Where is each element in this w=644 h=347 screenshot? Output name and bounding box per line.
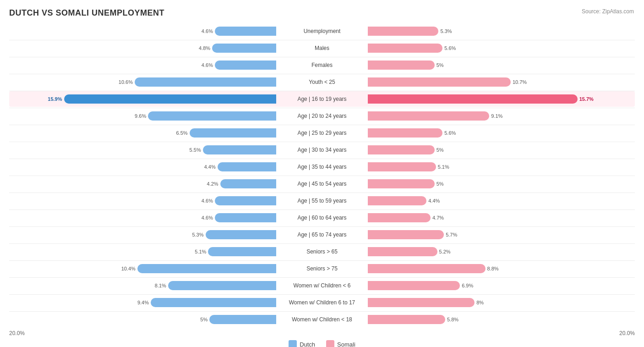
somali-value: 5.2% xyxy=(439,249,451,254)
left-section: 5.5% xyxy=(9,144,276,156)
left-section: 10.4% xyxy=(9,263,276,275)
row-label: Women w/ Children < 18 xyxy=(276,316,368,323)
bar-row: 9.4%Women w/ Children 6 to 178% xyxy=(9,295,635,310)
bar-row: 5%Women w/ Children < 185.8% xyxy=(9,312,635,327)
somali-value: 4.7% xyxy=(432,215,444,220)
row-label: Women w/ Children < 6 xyxy=(276,282,368,289)
right-section: 5.6% xyxy=(368,127,635,139)
row-label: Age | 60 to 64 years xyxy=(276,215,368,221)
dutch-value: 15.9% xyxy=(48,96,62,102)
dutch-bar xyxy=(215,213,276,222)
dutch-value: 4.6% xyxy=(202,215,213,220)
left-section: 8.1% xyxy=(9,280,276,292)
bar-row: 5.5%Age | 30 to 34 years5% xyxy=(9,142,635,158)
dutch-bar xyxy=(137,264,276,273)
dutch-bar xyxy=(190,128,276,138)
right-section: 5.7% xyxy=(368,229,635,241)
somali-value: 8% xyxy=(476,300,484,305)
bar-row: 9.6%Age | 20 to 24 years9.1% xyxy=(9,108,635,124)
row-label: Age | 35 to 44 years xyxy=(276,164,368,170)
dutch-value: 10.4% xyxy=(121,266,136,271)
legend-somali: Somali xyxy=(326,340,355,347)
right-section: 4.4% xyxy=(368,195,635,207)
dutch-value: 4.4% xyxy=(204,164,216,170)
right-section: 5% xyxy=(368,59,635,71)
somali-value: 5.6% xyxy=(444,130,456,136)
left-section: 15.9% xyxy=(9,93,276,105)
right-section: 5.1% xyxy=(368,161,635,173)
legend-dutch: Dutch xyxy=(289,340,315,347)
bars-wrapper: 4.6%Age | 60 to 64 years4.7% xyxy=(9,210,635,226)
bar-row: 4.6%Age | 55 to 59 years4.4% xyxy=(9,193,635,209)
bar-row: 4.8%Males5.6% xyxy=(9,40,635,56)
somali-bar xyxy=(368,213,431,222)
dutch-bar xyxy=(212,44,276,53)
dutch-bar xyxy=(203,145,276,154)
chart-container: DUTCH VS SOMALI UNEMPLOYMENT Source: Zip… xyxy=(0,0,644,347)
left-section: 10.6% xyxy=(9,76,276,88)
dutch-value: 5.5% xyxy=(190,147,201,153)
row-label: Age | 16 to 19 years xyxy=(276,96,368,102)
somali-bar xyxy=(368,230,444,239)
somali-bar xyxy=(368,77,511,87)
bars-wrapper: 5%Women w/ Children < 185.8% xyxy=(9,312,635,327)
row-label: Seniors > 75 xyxy=(276,265,368,272)
right-section: 5% xyxy=(368,144,635,156)
bar-row: 6.5%Age | 25 to 29 years5.6% xyxy=(9,125,635,141)
row-label: Age | 25 to 29 years xyxy=(276,130,368,136)
legend: Dutch Somali xyxy=(9,340,635,347)
right-section: 5.3% xyxy=(368,25,635,37)
left-section: 4.6% xyxy=(9,212,276,224)
bar-row: 4.6%Females5% xyxy=(9,57,635,73)
bar-row: 4.2%Age | 45 to 54 years5% xyxy=(9,176,635,192)
row-label: Males xyxy=(276,45,368,51)
left-section: 9.6% xyxy=(9,110,276,122)
row-label: Females xyxy=(276,62,368,68)
bar-row: 15.9%Age | 16 to 19 years15.7% xyxy=(9,91,635,107)
dutch-bar xyxy=(209,315,276,324)
legend-dutch-label: Dutch xyxy=(300,341,315,347)
somali-bar xyxy=(368,145,435,154)
row-label: Seniors > 65 xyxy=(276,248,368,255)
bar-row: 4.4%Age | 35 to 44 years5.1% xyxy=(9,159,635,175)
somali-value: 5% xyxy=(437,147,444,153)
left-section: 4.4% xyxy=(9,161,276,173)
dutch-value: 4.8% xyxy=(199,45,210,51)
bars-wrapper: 8.1%Women w/ Children < 66.9% xyxy=(9,278,635,293)
somali-value: 15.7% xyxy=(579,96,594,102)
chart-title: DUTCH VS SOMALI UNEMPLOYMENT xyxy=(9,8,635,18)
legend-somali-label: Somali xyxy=(337,341,355,347)
dutch-bar xyxy=(208,247,276,256)
right-section: 5.8% xyxy=(368,314,635,325)
somali-value: 5.1% xyxy=(438,164,449,170)
somali-bar xyxy=(368,27,438,36)
somali-bar xyxy=(368,315,445,324)
right-section: 8.8% xyxy=(368,263,635,275)
dutch-bar xyxy=(215,61,276,70)
somali-bar xyxy=(368,94,578,104)
dutch-bar xyxy=(168,281,276,290)
chart-area: 4.6%Unemployment5.3%4.8%Males5.6%4.6%Fem… xyxy=(9,23,635,327)
somali-bar xyxy=(368,61,435,70)
dutch-bar xyxy=(148,111,276,121)
dutch-value: 4.6% xyxy=(202,62,213,68)
dutch-value: 4.2% xyxy=(207,181,218,187)
somali-value: 10.7% xyxy=(513,79,527,85)
bars-wrapper: 15.9%Age | 16 to 19 years15.7% xyxy=(9,91,635,107)
bar-row: 10.4%Seniors > 758.8% xyxy=(9,261,635,276)
bars-wrapper: 4.6%Unemployment5.3% xyxy=(9,23,635,39)
row-label: Unemployment xyxy=(276,28,368,34)
somali-bar xyxy=(368,111,489,121)
somali-value: 5% xyxy=(437,181,444,187)
dutch-value: 9.6% xyxy=(135,113,146,119)
bars-wrapper: 4.6%Age | 55 to 59 years4.4% xyxy=(9,193,635,209)
bars-wrapper: 4.2%Age | 45 to 54 years5% xyxy=(9,176,635,192)
row-label: Youth < 25 xyxy=(276,79,368,85)
bar-row: 8.1%Women w/ Children < 66.9% xyxy=(9,278,635,293)
left-section: 4.6% xyxy=(9,195,276,207)
left-section: 4.8% xyxy=(9,42,276,54)
bars-wrapper: 5.3%Age | 65 to 74 years5.7% xyxy=(9,227,635,242)
axis-row: 20.0% 20.0% xyxy=(9,330,635,336)
somali-bar xyxy=(368,247,437,256)
dutch-bar xyxy=(215,196,276,205)
